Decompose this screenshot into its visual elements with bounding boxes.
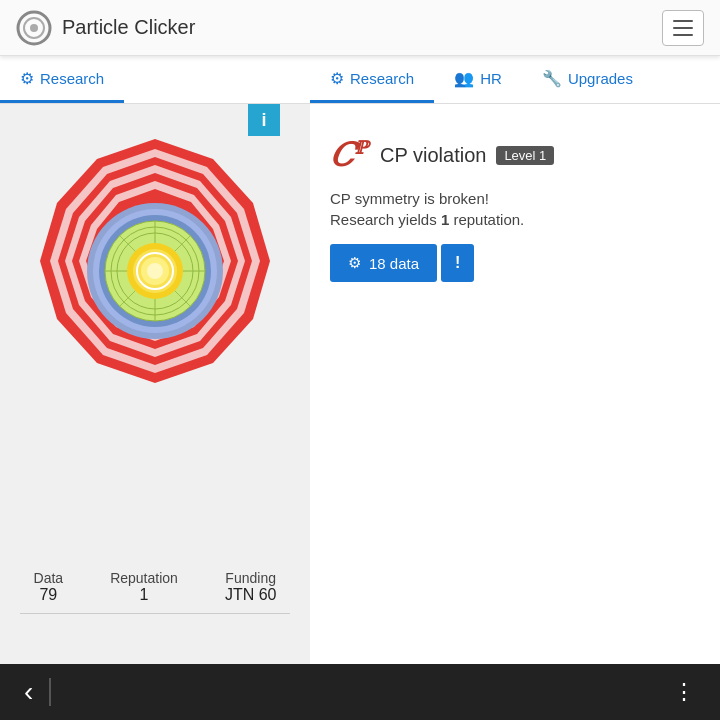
exclaim-button[interactable]: !: [441, 244, 474, 282]
research-tab-icon: ⚙: [20, 69, 34, 88]
action-buttons: ⚙ 18 data !: [330, 244, 700, 282]
stat-reputation-value: 1: [110, 586, 178, 604]
bottom-bar: ‹ ⋮: [0, 664, 720, 720]
data-button-label: 18 data: [369, 255, 419, 272]
stat-reputation: Reputation 1: [110, 570, 178, 604]
left-panel: ⚙ Research i: [0, 56, 310, 664]
stat-funding: Funding JTN 60: [225, 570, 277, 604]
right-panel: ⚙ Research 👥 HR 🔧 Upgrades 𝐶ℙ CP violati…: [310, 56, 720, 664]
back-button[interactable]: ‹: [16, 668, 41, 716]
particle-visualization[interactable]: [15, 131, 295, 411]
yield-text: Research yields: [330, 211, 441, 228]
research-title-area: CP violation Level 1: [380, 144, 554, 167]
app-bar: Particle Clicker: [0, 0, 720, 56]
tabs-bar: ⚙ Research: [0, 56, 310, 104]
upgrades-icon: 🔧: [542, 69, 562, 88]
stat-data-value: 79: [34, 586, 64, 604]
app-title: Particle Clicker: [62, 16, 195, 39]
tab-research-right-label: Research: [350, 70, 414, 87]
stats-divider: [20, 613, 290, 614]
app-bar-left: Particle Clicker: [16, 10, 195, 46]
more-icon: ⋮: [673, 679, 696, 704]
research-item: 𝐶ℙ CP violation Level 1 CP symmetry is b…: [330, 136, 700, 282]
tab-upgrades[interactable]: 🔧 Upgrades: [522, 56, 653, 103]
stat-funding-value: JTN 60: [225, 586, 277, 604]
main-content: ⚙ Research i: [0, 56, 720, 664]
back-icon: ‹: [24, 676, 33, 707]
research-name: CP violation: [380, 144, 486, 167]
level-badge: Level 1: [496, 146, 554, 165]
more-button[interactable]: ⋮: [665, 671, 704, 713]
hamburger-line-3: [673, 34, 693, 36]
stats-bar: Data 79 Reputation 1 Funding JTN 60: [0, 570, 310, 604]
research-yield: Research yields 1 reputation.: [330, 211, 700, 228]
hamburger-line-2: [673, 27, 693, 29]
data-button[interactable]: ⚙ 18 data: [330, 244, 437, 282]
yield-value: 1: [441, 211, 449, 228]
tab-upgrades-label: Upgrades: [568, 70, 633, 87]
gear-small-icon: ⚙: [348, 254, 361, 272]
hr-icon: 👥: [454, 69, 474, 88]
svg-point-24: [147, 263, 163, 279]
tab-research-label: Research: [40, 70, 104, 87]
stat-data: Data 79: [34, 570, 64, 604]
research-header: 𝐶ℙ CP violation Level 1: [330, 136, 700, 174]
hamburger-menu-button[interactable]: [662, 10, 704, 46]
tab-research[interactable]: ⚙ Research: [0, 56, 124, 103]
bottom-left: ‹: [16, 668, 51, 716]
particle-svg: [15, 131, 295, 411]
stat-funding-label: Funding: [225, 570, 277, 586]
hamburger-line-1: [673, 20, 693, 22]
tab-hr[interactable]: 👥 HR: [434, 56, 522, 103]
research-description: CP symmetry is broken!: [330, 190, 700, 207]
right-tabs-bar: ⚙ Research 👥 HR 🔧 Upgrades: [310, 56, 720, 104]
info-button[interactable]: i: [248, 104, 280, 136]
tab-hr-label: HR: [480, 70, 502, 87]
particle-icon: [16, 10, 52, 46]
exclaim-label: !: [455, 254, 460, 271]
yield-suffix: reputation.: [449, 211, 524, 228]
stat-data-label: Data: [34, 570, 64, 586]
bottom-divider: [49, 678, 51, 706]
tab-research-right[interactable]: ⚙ Research: [310, 56, 434, 103]
cp-violation-icon: 𝐶ℙ: [330, 136, 368, 174]
info-icon: i: [261, 110, 266, 131]
svg-point-2: [30, 24, 38, 32]
stat-reputation-label: Reputation: [110, 570, 178, 586]
research-icon: ⚙: [330, 69, 344, 88]
